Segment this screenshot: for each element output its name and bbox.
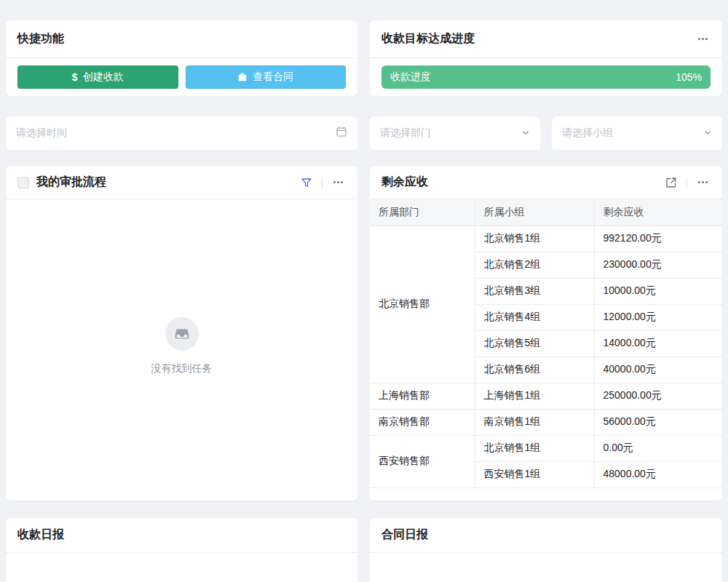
create-payment-button[interactable]: $ 创建收款 bbox=[17, 65, 178, 89]
approval-flow-header: 我的审批流程 bbox=[6, 166, 357, 199]
dept-cell: 上海销售部 bbox=[370, 383, 475, 409]
approval-checkbox[interactable] bbox=[17, 177, 29, 188]
column-header-amount: 剩余应收 bbox=[594, 199, 722, 226]
chevron-down-icon bbox=[703, 127, 712, 140]
briefcase-icon bbox=[237, 72, 248, 82]
amount-cell: 992120.00元 bbox=[594, 226, 722, 252]
empty-inbox-icon bbox=[165, 317, 199, 351]
create-payment-label: 创建收款 bbox=[83, 71, 124, 84]
contract-daily-header: 合同日报 bbox=[370, 518, 722, 553]
more-options-icon[interactable] bbox=[695, 175, 711, 191]
group-select[interactable]: 请选择小组 bbox=[552, 116, 722, 150]
group-cell: 北京销售3组 bbox=[475, 278, 594, 304]
group-cell: 南京销售1组 bbox=[475, 409, 594, 435]
payment-progress-card: 收款目标达成进度 收款进度 105% bbox=[370, 20, 722, 96]
filter-row: 请选择时间 请选择部门 请选择小组 bbox=[6, 116, 722, 150]
amount-cell: 14000.00元 bbox=[594, 330, 722, 356]
table-row: 北京销售部 北京销售1组 992120.00元 bbox=[370, 226, 722, 252]
department-select[interactable]: 请选择部门 bbox=[370, 116, 540, 150]
payment-progress-bar: 收款进度 105% bbox=[381, 65, 711, 89]
column-header-group: 所属小组 bbox=[475, 199, 594, 226]
quick-actions-title: 快捷功能 bbox=[17, 31, 346, 47]
amount-cell: 0.00元 bbox=[594, 435, 722, 461]
amount-cell: 230000.00元 bbox=[594, 252, 722, 278]
progress-bar-label: 收款进度 bbox=[390, 71, 431, 84]
group-cell: 北京销售5组 bbox=[475, 330, 594, 356]
time-select-placeholder: 请选择时间 bbox=[16, 127, 336, 140]
column-header-dept: 所属部门 bbox=[370, 199, 475, 226]
right-filters: 请选择部门 请选择小组 bbox=[370, 116, 722, 150]
approval-flow-title: 我的审批流程 bbox=[36, 175, 298, 190]
group-cell: 北京销售1组 bbox=[475, 226, 594, 252]
header-divider bbox=[687, 178, 687, 188]
group-cell: 北京销售6组 bbox=[475, 356, 594, 383]
header-divider bbox=[322, 178, 323, 188]
amount-cell: 40000.00元 bbox=[594, 356, 722, 383]
contract-daily-card: 合同日报 bbox=[370, 518, 722, 582]
dashboard: 快捷功能 $ 创建收款 查看合同 收款目标达成进度 bbox=[0, 0, 728, 582]
group-cell: 西安销售1组 bbox=[475, 461, 594, 487]
view-contract-button[interactable]: 查看合同 bbox=[186, 65, 347, 89]
dept-cell: 西安销售部 bbox=[370, 435, 475, 487]
more-options-icon[interactable] bbox=[695, 31, 711, 47]
more-options-icon[interactable] bbox=[330, 175, 346, 191]
empty-state: 没有找到任务 bbox=[6, 317, 357, 375]
amount-cell: 56000.00元 bbox=[594, 409, 722, 435]
table-row: 南京销售部 南京销售1组 56000.00元 bbox=[370, 409, 722, 435]
contract-daily-title: 合同日报 bbox=[381, 527, 711, 543]
dept-cell: 南京销售部 bbox=[370, 409, 475, 435]
top-row: 快捷功能 $ 创建收款 查看合同 收款目标达成进度 bbox=[6, 20, 722, 96]
amount-cell: 12000.00元 bbox=[594, 304, 722, 330]
quick-actions-card: 快捷功能 $ 创建收款 查看合同 bbox=[6, 20, 357, 96]
main-row: 我的审批流程 没有找到任务 剩余应收 bbox=[6, 166, 722, 501]
dollar-icon: $ bbox=[72, 72, 78, 82]
quick-actions-header: 快捷功能 bbox=[6, 20, 357, 58]
empty-state-text: 没有找到任务 bbox=[151, 362, 213, 375]
amount-cell: 10000.00元 bbox=[594, 278, 722, 304]
receivables-header: 剩余应收 bbox=[370, 166, 722, 199]
group-cell: 北京销售2组 bbox=[475, 252, 594, 278]
group-cell: 北京销售1组 bbox=[475, 435, 594, 461]
progress-body: 收款进度 105% bbox=[370, 58, 722, 96]
payment-daily-header: 收款日报 bbox=[6, 518, 357, 553]
table-row: 西安销售部 北京销售1组 0.00元 bbox=[370, 435, 722, 461]
payment-daily-title: 收款日报 bbox=[17, 527, 346, 543]
payment-progress-title: 收款目标达成进度 bbox=[381, 31, 695, 47]
receivables-table: 所属部门 所属小组 剩余应收 北京销售部 北京销售1组 992120.00元 北… bbox=[370, 199, 722, 488]
export-icon[interactable] bbox=[663, 175, 679, 191]
progress-bar-value: 105% bbox=[676, 71, 702, 83]
group-cell: 北京销售4组 bbox=[475, 304, 594, 330]
receivables-title: 剩余应收 bbox=[381, 175, 663, 190]
approval-flow-card: 我的审批流程 没有找到任务 bbox=[6, 166, 357, 501]
group-select-placeholder: 请选择小组 bbox=[562, 127, 703, 140]
filter-funnel-icon[interactable] bbox=[298, 175, 314, 191]
payment-progress-header: 收款目标达成进度 bbox=[370, 20, 722, 58]
amount-cell: 250000.00元 bbox=[594, 383, 722, 409]
table-row: 上海销售部 上海销售1组 250000.00元 bbox=[370, 383, 722, 409]
bottom-row: 收款日报 合同日报 bbox=[6, 518, 722, 582]
table-header-row: 所属部门 所属小组 剩余应收 bbox=[370, 199, 722, 226]
chevron-down-icon bbox=[521, 127, 530, 140]
receivables-card: 剩余应收 所属部门 所属小组 剩余应收 北京 bbox=[370, 166, 722, 501]
department-select-placeholder: 请选择部门 bbox=[380, 127, 521, 140]
payment-daily-card: 收款日报 bbox=[6, 518, 357, 582]
calendar-icon bbox=[336, 126, 347, 140]
dept-cell: 北京销售部 bbox=[370, 226, 475, 383]
view-contract-label: 查看合同 bbox=[253, 71, 293, 84]
quick-actions-body: $ 创建收款 查看合同 bbox=[6, 58, 357, 96]
amount-cell: 48000.00元 bbox=[594, 461, 722, 487]
group-cell: 上海销售1组 bbox=[475, 383, 594, 409]
time-select[interactable]: 请选择时间 bbox=[6, 116, 357, 150]
